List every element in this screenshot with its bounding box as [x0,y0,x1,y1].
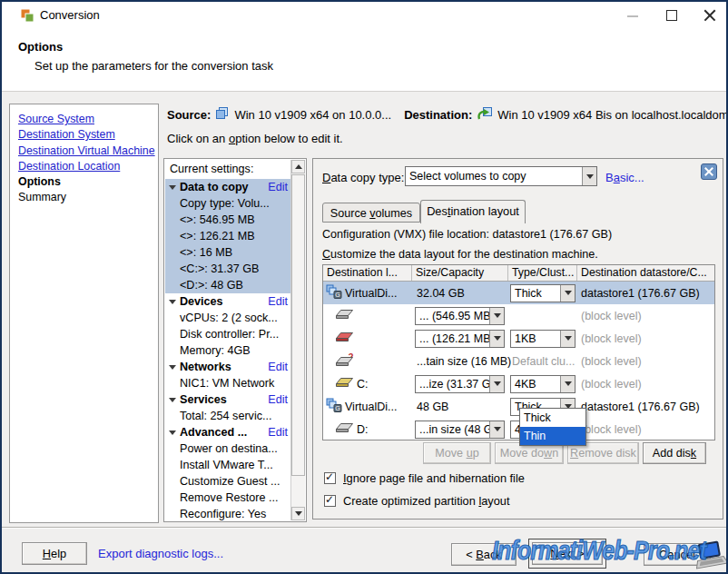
checkbox-icon[interactable]: ✓ [324,495,336,507]
window-title: Conversion [40,2,100,29]
column-header-type-cluster[interactable]: Type/Clust... [508,265,577,281]
close-icon[interactable] [702,7,718,24]
header-separator [2,91,726,92]
svg-text:G: G [335,292,339,298]
move-up-button: Move up [423,442,491,464]
settings-group-row[interactable]: DevicesEdit [165,293,291,310]
edit-link[interactable]: Edit [268,359,288,375]
column-header-size-capacity[interactable]: Size/Capacity [412,265,508,281]
sidebar-item-destination-location[interactable]: Destination Location [18,159,158,174]
table-row[interactable]: ?...tain size (16 MB)Default clu...(bloc… [323,350,714,372]
source-label: Source: [167,108,211,122]
size-select[interactable]: ... (126.21 MB) [415,330,505,348]
sidebar-item-destination-system[interactable]: Destination System [18,127,158,143]
back-button[interactable]: < Back [451,543,516,566]
checkbox-icon[interactable]: ✓ [324,472,336,484]
datastore-value: datastore1 (176.67 GB) [577,401,700,413]
virtual-disk-icon: G [326,398,342,415]
settings-group-row[interactable]: NetworksEdit [165,359,291,375]
cancel-button[interactable]: Cancel [644,543,711,566]
popup-item-thin[interactable]: Thin [520,427,585,445]
current-settings-list: Data to copyEditCopy type: Volu...<>: 54… [165,179,291,522]
chevron-down-icon[interactable] [489,421,504,438]
tree-collapse-icon[interactable] [169,185,176,190]
settings-group-row[interactable]: Data to copyEdit [165,179,291,195]
settings-scrollbar[interactable] [290,160,305,520]
scroll-down-icon[interactable] [291,507,305,520]
edit-link[interactable]: Edit [268,391,288,408]
size-select[interactable]: ...in size (48 GB) [415,421,505,439]
table-row[interactable]: C:...ize (31.37 GB)4KB(block level) [323,372,714,395]
edit-link[interactable]: Edit [268,293,288,310]
customize-layout-text: Customize the data layout for the destin… [322,248,598,261]
disk-name: VirtualDi... [345,287,397,300]
size-select[interactable]: ... (546.95 MB) [415,307,505,325]
settings-item-label: Customize Guest ... [180,473,280,490]
optimized-partition-checkbox[interactable]: ✓ Create optimized partition layout [324,494,510,508]
maximize-icon[interactable] [664,7,680,24]
sidebar-item-source-system[interactable]: Source System [18,112,158,127]
chevron-down-icon[interactable] [489,331,504,347]
settings-item-row: <C:>: 31.37 GB [165,261,291,277]
settings-item-label: <>: 126.21 MB [180,228,255,244]
ignore-pagefile-checkbox[interactable]: ✓ Ignore page file and hibernation file [324,471,525,485]
type-dropdown-popup: Thick Thin [519,408,586,446]
tab-destination-layout[interactable]: Destination layout [420,200,526,223]
popup-item-thick[interactable]: Thick [520,409,585,427]
current-settings-title: Current settings: [170,163,253,175]
table-row[interactable]: ... (126.21 MB)1KB(block level) [323,327,714,350]
tree-collapse-icon[interactable] [169,300,176,304]
edit-link[interactable]: Edit [268,179,288,195]
table-row[interactable]: ... (546.95 MB)(block level) [323,304,714,327]
tree-collapse-icon[interactable] [169,365,176,370]
settings-group-row[interactable]: Advanced ...Edit [165,424,291,440]
type-select[interactable]: 1KB [510,330,576,348]
scroll-up-icon[interactable] [291,160,305,173]
titlebar: Conversion [2,2,726,29]
chevron-down-icon[interactable] [560,376,575,392]
settings-item-row: <>: 16 MB [165,244,291,261]
source-machine-icon [215,107,230,123]
tree-collapse-icon[interactable] [169,430,176,435]
column-header-datastore[interactable]: Destination datastore/C... [577,265,714,281]
datastore-value: datastore1 (176.67 GB) [577,287,700,300]
panel-close-icon[interactable] [701,163,717,180]
chevron-down-icon[interactable] [489,308,504,324]
settings-group-label: Services [180,391,227,408]
basic-link[interactable]: Basic... [605,171,644,184]
settings-item-row: NIC1: VM Network [165,375,291,391]
column-header-destination[interactable]: Destination l... [323,265,412,281]
export-diagnostic-logs-link[interactable]: Export diagnostic logs... [98,547,223,560]
next-button[interactable]: Next > [532,542,603,565]
settings-item-row: <>: 126.21 MB [165,228,291,244]
settings-item-label: vCPUs: 2 (2 sock... [180,310,278,326]
edit-hint: Click on an option below to edit it. [167,132,343,145]
type-select[interactable]: Thick [510,284,576,302]
footer-separator [2,527,726,529]
disk-name: D: [357,423,369,436]
settings-group-label: Devices [180,293,223,310]
chevron-down-icon[interactable] [582,167,596,185]
disk-name: VirtualDi... [345,401,397,413]
table-row[interactable]: GVirtualDi...32.04 GBThickdatastore1 (17… [323,282,714,304]
chevron-down-icon[interactable] [489,376,504,392]
scroll-thumb[interactable] [291,174,305,476]
settings-item-label: <C:>: 31.37 GB [180,261,260,277]
settings-item-label: Total: 254 servic... [180,408,272,424]
help-button[interactable]: Help [22,542,87,565]
add-disk-button[interactable]: Add disk [643,442,706,464]
tab-source-volumes[interactable]: Source volumes [322,203,420,223]
sidebar-item-destination-virtual-machine[interactable]: Destination Virtual Machine [18,144,158,159]
settings-group-row[interactable]: ServicesEdit [165,391,291,408]
type-select[interactable]: 4KB [510,375,576,393]
tree-collapse-icon[interactable] [169,398,176,402]
settings-item-label: Remove Restore ... [180,490,279,506]
data-copy-type-select[interactable]: Select volumes to copy [405,166,597,186]
size-select[interactable]: ...ize (31.37 GB) [415,375,505,393]
chevron-down-icon[interactable] [560,331,575,347]
settings-item-label: Memory: 4GB [180,342,251,359]
size-value: 32.04 GB [412,287,465,300]
settings-item-row: Memory: 4GB [165,342,291,359]
edit-link[interactable]: Edit [268,424,288,440]
chevron-down-icon[interactable] [560,285,575,302]
